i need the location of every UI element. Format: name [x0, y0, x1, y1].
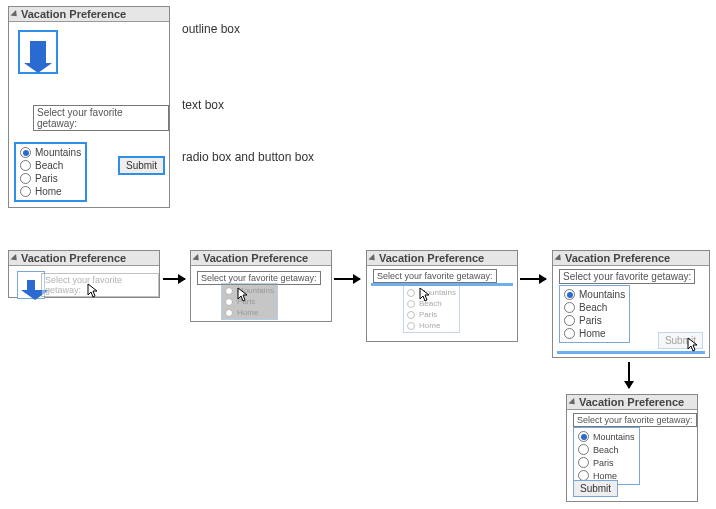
outline-box[interactable] — [19, 31, 57, 73]
label-radio: radio box and button box — [182, 150, 314, 164]
step1-drag-text: Select your favorite getaway: — [41, 273, 159, 297]
collapse-triangle-icon[interactable] — [10, 9, 19, 18]
final-submit-button[interactable]: Submit — [573, 480, 618, 497]
radio-paris[interactable] — [20, 173, 31, 184]
step2-panel: Vacation Preference Select your favorite… — [190, 250, 332, 322]
panel-title: Vacation Preference — [21, 8, 126, 20]
down-arrow-icon — [30, 41, 46, 63]
step5-panel: Vacation Preference Select your favorite… — [566, 394, 698, 502]
builder-panel: Vacation Preference Select your favorite… — [8, 6, 170, 208]
step1-panel: Vacation Preference Select your favorite… — [8, 250, 160, 298]
step2-drag-radio: Mountains Paris Home — [221, 283, 278, 320]
text-box[interactable]: Select your favorite getaway: — [33, 105, 169, 131]
label-outline: outline box — [182, 22, 240, 36]
radio-beach[interactable] — [20, 160, 31, 171]
label-text: text box — [182, 98, 224, 112]
panel-title-bar: Vacation Preference — [9, 7, 169, 22]
step4-panel: Vacation Preference Select your favorite… — [552, 250, 710, 358]
step3-panel: Vacation Preference Select your favorite… — [366, 250, 518, 342]
radio-mountains[interactable] — [20, 147, 31, 158]
flow-arrow-3 — [520, 278, 546, 280]
submit-button[interactable]: Submit — [119, 157, 164, 174]
flow-arrow-2 — [334, 278, 360, 280]
diagram-canvas: Vacation Preference Select your favorite… — [0, 0, 716, 509]
radio-box[interactable]: Mountains Beach Paris Home — [15, 143, 86, 201]
radio-home[interactable] — [20, 186, 31, 197]
flow-arrow-1 — [163, 278, 185, 280]
flow-arrow-4 — [628, 362, 630, 388]
cursor-icon — [87, 283, 99, 299]
